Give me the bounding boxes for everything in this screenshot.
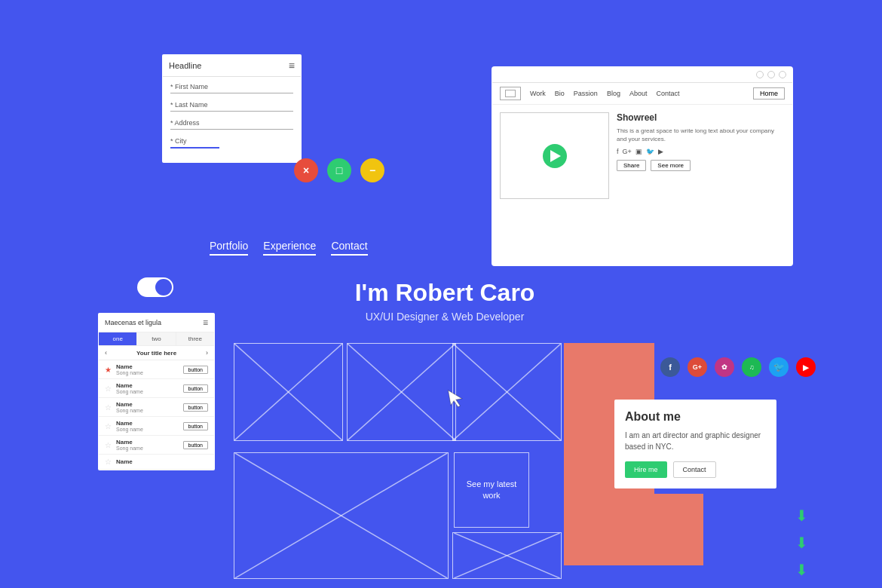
list-item: ☆ Name Song name button (99, 379, 214, 398)
hire-me-button[interactable]: Hire me (625, 461, 667, 478)
see-more-button[interactable]: See more (651, 160, 691, 171)
browser-nav-blog[interactable]: Blog (607, 90, 620, 97)
browser-logo-inner (505, 90, 516, 97)
form-widget: Headline ≡ * First Name * Last Name * Ad… (162, 54, 302, 163)
browser-video (500, 112, 609, 199)
list-item: ☆ Name Song name button (99, 417, 214, 436)
address-label: * Address (170, 119, 293, 127)
facebook-icon[interactable]: f (660, 357, 680, 377)
close-button[interactable]: × (294, 158, 318, 182)
song-artist-2: Song name (116, 389, 179, 394)
about-title: About me (625, 410, 766, 424)
last-name-line (170, 111, 293, 112)
music-tab-one[interactable]: one (99, 332, 137, 345)
carousel-right-arrow[interactable]: › (206, 349, 208, 357)
see-work-box[interactable]: See my latest work (454, 452, 529, 528)
hero-title: I'm Robert Caro (339, 279, 550, 307)
browser-nav-contact[interactable]: Contact (656, 90, 679, 97)
showreel-description: This is a great space to write long text… (617, 127, 785, 143)
song-name-6: Name (116, 458, 208, 465)
first-name-field: * First Name (170, 83, 293, 93)
list-item: ★ Name Song name button (99, 360, 214, 379)
music-tab-two[interactable]: two (137, 332, 176, 345)
browser-social-icons: f G+ ▣ 🐦 ▶ (617, 148, 785, 155)
tab-experience[interactable]: Experience (263, 240, 316, 256)
song-info-5: Name Song name (116, 439, 179, 451)
about-card: About me I am an art director and graphi… (614, 400, 776, 488)
toggle-switch[interactable] (137, 277, 173, 297)
tab-portfolio[interactable]: Portfolio (210, 240, 248, 256)
star-icon-6[interactable]: ☆ (105, 458, 112, 466)
browser-nav-work[interactable]: Work (530, 90, 546, 97)
download-arrow-3[interactable]: ⬇ (795, 561, 808, 579)
twitter-icon[interactable]: 🐦 (769, 357, 789, 377)
see-work-text: See my latest work (461, 479, 522, 502)
song-artist-1: Song name (116, 370, 179, 375)
browser-nav-passion[interactable]: Passion (574, 90, 598, 97)
music-widget: Maecenas et ligula ≡ one two three ‹ You… (98, 313, 215, 470)
song-button-4[interactable]: button (183, 422, 208, 430)
song-artist-4: Song name (116, 427, 179, 432)
browser-titlebar (492, 67, 792, 83)
about-description: I am an art director and graphic designe… (625, 430, 766, 452)
form-header: Headline ≡ (163, 55, 301, 77)
browser-nav-about[interactable]: About (629, 90, 648, 97)
music-menu-icon[interactable]: ≡ (203, 317, 208, 328)
star-icon-5[interactable]: ☆ (105, 441, 112, 449)
tw-icon-small[interactable]: 🐦 (646, 148, 654, 155)
download-arrow-2[interactable]: ⬇ (795, 534, 808, 552)
browser-content: Showreel This is a great space to write … (492, 105, 792, 207)
song-name-1: Name (116, 363, 179, 370)
song-button-1[interactable]: button (183, 366, 208, 374)
svg-marker-10 (449, 388, 464, 408)
contact-button[interactable]: Contact (673, 461, 716, 478)
instagram-icon[interactable]: ✿ (715, 357, 734, 377)
toggle-track[interactable] (137, 277, 173, 297)
first-name-line (170, 93, 293, 93)
ig-icon-small[interactable]: ▣ (635, 148, 642, 155)
youtube-icon[interactable]: ▶ (796, 357, 816, 377)
music-carousel: ‹ Your title here › (99, 346, 214, 360)
city-field: * City (170, 137, 293, 149)
song-info-6: Name (116, 458, 208, 465)
hero-subtitle: UX/UI Designer & Web Developer (339, 311, 550, 323)
gplus-icon-small[interactable]: G+ (623, 148, 632, 155)
star-icon-3[interactable]: ☆ (105, 403, 112, 412)
play-icon (550, 150, 561, 162)
browser-dots (756, 71, 786, 78)
maximize-button[interactable]: − (360, 158, 384, 182)
music-header: Maecenas et ligula ≡ (99, 314, 214, 332)
spotify-icon[interactable]: ♫ (742, 357, 761, 377)
address-line (170, 129, 293, 130)
song-button-5[interactable]: button (183, 441, 208, 449)
share-button[interactable]: Share (617, 160, 646, 171)
nav-tabs: Portfolio Experience Contact (210, 240, 368, 256)
music-tab-three[interactable]: three (176, 332, 214, 345)
fb-icon-small[interactable]: f (617, 148, 619, 155)
star-icon-2[interactable]: ☆ (105, 384, 112, 393)
portfolio-image-2 (347, 343, 456, 441)
about-buttons: Hire me Contact (625, 461, 766, 478)
song-button-3[interactable]: button (183, 403, 208, 412)
hamburger-icon[interactable]: ≡ (289, 60, 295, 72)
browser-nav: Work Bio Passion Blog About Contact Home (492, 83, 792, 105)
play-button[interactable] (543, 144, 567, 168)
last-name-label: * Last Name (170, 101, 293, 109)
browser-dot-2 (767, 71, 775, 78)
minimize-button[interactable]: □ (327, 158, 351, 182)
star-icon-1[interactable]: ★ (105, 366, 112, 374)
browser-home-button[interactable]: Home (753, 87, 785, 100)
browser-mockup: Work Bio Passion Blog About Contact Home… (492, 66, 793, 266)
browser-dot-1 (756, 71, 764, 78)
song-info-3: Name Song name (116, 401, 179, 413)
yt-icon-small[interactable]: ▶ (658, 148, 663, 155)
music-title: Maecenas et ligula (105, 319, 161, 326)
city-label: * City (170, 137, 293, 145)
carousel-left-arrow[interactable]: ‹ (105, 349, 107, 357)
song-button-2[interactable]: button (183, 384, 208, 393)
star-icon-4[interactable]: ☆ (105, 422, 112, 430)
google-plus-icon[interactable]: G+ (688, 357, 707, 377)
tab-contact[interactable]: Contact (331, 240, 367, 256)
browser-nav-bio[interactable]: Bio (555, 90, 565, 97)
download-arrow-1[interactable]: ⬇ (795, 507, 808, 525)
